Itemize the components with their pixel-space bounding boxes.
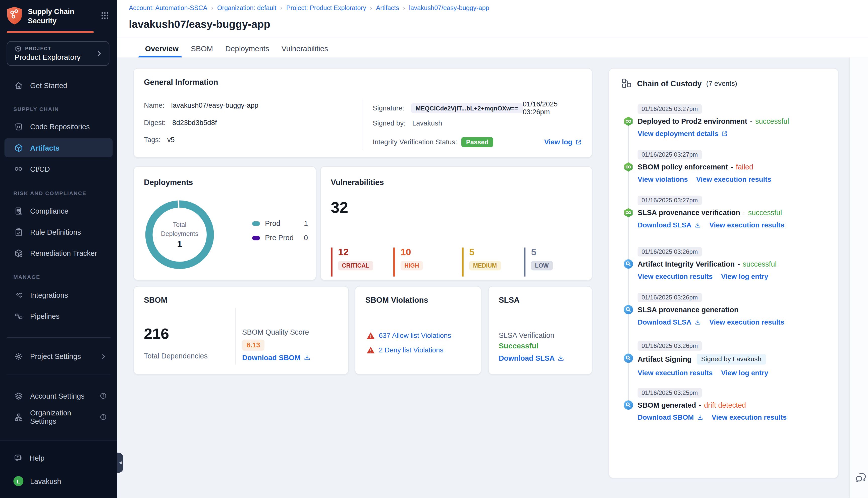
sidebar-item-compliance[interactable]: Compliance [4, 201, 113, 220]
sidebar-item-cicd[interactable]: CI/CD [4, 159, 113, 179]
sidebar-item-label: Pipelines [30, 312, 60, 320]
breadcrumb-current[interactable]: lavakush07/easy-buggy-app [409, 4, 489, 11]
breadcrumb: Account: Automation-SSCA › Organization:… [129, 4, 489, 11]
view-execution-results-link[interactable]: View execution results [696, 175, 771, 183]
view-execution-results-link[interactable]: View execution results [709, 221, 785, 229]
section-label-supply-chain: SUPPLY CHAIN [13, 106, 59, 112]
view-execution-results-link[interactable]: View execution results [712, 414, 787, 421]
app-root: Supply Chain Security PROJECT Product Ex… [0, 0, 868, 498]
info-icon[interactable] [99, 392, 107, 399]
event-title: Deployed to Prod2 environment [638, 117, 747, 125]
deny-list-violations-link[interactable]: 2 Deny list Violations [379, 346, 443, 354]
view-execution-results-link[interactable]: View execution results [638, 369, 713, 377]
sidebar-item-get-started[interactable]: Get Started [4, 76, 113, 95]
severity-medium: 5 MEDIUM [462, 248, 501, 276]
sbom-quality-score-value: 6.13 [242, 340, 265, 351]
sidebar-item-remediation-tracker[interactable]: Remediation Tracker [4, 244, 113, 263]
remediation-box-icon [13, 248, 23, 258]
sidebar: Supply Chain Security PROJECT Product Ex… [0, 0, 117, 498]
vulnerabilities-card: Vulnerabilities 32 12 CRITICAL 10 HIGH 5… [320, 166, 593, 280]
sidebar-item-code-repositories[interactable]: Code Repositories [4, 117, 113, 136]
view-deployment-details-link[interactable]: View deployment details [638, 130, 728, 137]
sidebar-item-integrations[interactable]: Integrations [4, 285, 113, 304]
sidebar-item-pipelines[interactable]: Pipelines [4, 307, 113, 326]
download-slsa-link[interactable]: Download SLSA [499, 354, 565, 362]
project-name: Product Exploratory [15, 53, 81, 61]
breadcrumb-project[interactable]: Project: Product Exploratory [286, 4, 366, 11]
breadcrumb-artifacts[interactable]: Artifacts [376, 4, 399, 11]
tab-vulnerabilities[interactable]: Vulnerabilities [282, 40, 328, 57]
section-label-manage: MANAGE [13, 274, 40, 280]
sidebar-divider [7, 337, 111, 338]
scrollbar-gutter [849, 57, 868, 498]
legend-label: Prod [265, 219, 280, 227]
app-switcher-grid-icon[interactable] [101, 11, 109, 20]
event-title: SBOM policy enforcement [638, 162, 728, 171]
download-icon [558, 355, 565, 362]
view-violations-link[interactable]: View violations [638, 175, 688, 183]
breadcrumb-separator: › [280, 4, 282, 11]
scan-badge-icon [623, 304, 634, 315]
infinity-icon [13, 164, 23, 174]
severity-high: 10 HIGH [393, 248, 423, 276]
general-information-card: General Information Name: lavakush07/eas… [133, 68, 593, 158]
tab-overview[interactable]: Overview [145, 40, 178, 57]
breadcrumb-account[interactable]: Account: Automation-SSCA [129, 4, 207, 11]
signature-value: MEQCICde2VjIT...bL+2+mqnOXw== [411, 103, 523, 113]
vulnerabilities-total: 32 [331, 199, 348, 217]
view-execution-results-link[interactable]: View execution results [709, 318, 785, 326]
signed-by-label: Signed by: [373, 119, 406, 127]
warning-triangle-icon [366, 346, 375, 354]
event-status: successful [743, 260, 777, 268]
sidebar-item-artifacts[interactable]: Artifacts [4, 138, 113, 157]
download-icon [303, 354, 311, 361]
external-link-icon [575, 139, 582, 146]
breadcrumb-separator: › [370, 4, 372, 11]
sidebar-collapse-handle[interactable]: ◀ [117, 453, 123, 473]
page-header: Account: Automation-SSCA › Organization:… [117, 0, 868, 57]
sidebar-item-label: CI/CD [30, 165, 50, 173]
card-title: Chain of Custody [637, 79, 701, 88]
brand-accent-rule [7, 31, 94, 33]
help-item[interactable]: ? Help [4, 450, 113, 466]
slsa-card: SLSA SLSA Verification Successful Downlo… [488, 286, 592, 375]
user-item[interactable]: L Lavakush [4, 474, 113, 489]
integrity-status-badge: Passed [462, 137, 493, 147]
sidebar-item-account-settings[interactable]: Account Settings [4, 386, 113, 405]
severity-badge: HIGH [401, 261, 423, 270]
severity-critical: 12 CRITICAL [331, 248, 373, 276]
sidebar-item-label: Rule Definitions [30, 228, 81, 236]
view-log-entry-link[interactable]: View log entry [721, 272, 768, 280]
signed-by-value: Lavakush [412, 119, 442, 127]
event-status: successful [748, 208, 782, 217]
tab-sbom[interactable]: SBOM [191, 40, 213, 57]
external-link-icon [721, 130, 728, 137]
download-slsa-link[interactable]: Download SLSA [638, 318, 701, 326]
download-sbom-link[interactable]: Download SBOM [638, 414, 703, 421]
event-title: SLSA provenance generation [638, 305, 739, 314]
severity-badge: MEDIUM [469, 261, 501, 270]
download-slsa-link[interactable]: Download SLSA [638, 221, 701, 229]
legend-pre-prod: Pre Prod 0 [252, 234, 308, 242]
tab-deployments[interactable]: Deployments [225, 40, 269, 57]
deployment-link-icon [623, 116, 634, 127]
total-dependencies-label: Total Dependencies [144, 352, 208, 360]
severity-badge: CRITICAL [338, 261, 373, 270]
sidebar-item-organization-settings[interactable]: Organization Settings [4, 408, 113, 427]
feedback-chat-icon[interactable] [855, 472, 867, 483]
sidebar-item-rule-definitions[interactable]: Rule Definitions [4, 222, 113, 241]
view-log-link[interactable]: View log [544, 138, 582, 146]
sbom-quality-score-label: SBOM Quality Score [242, 328, 309, 336]
sidebar-item-label: Account Settings [30, 392, 85, 400]
download-sbom-link[interactable]: Download SBOM [242, 353, 311, 362]
view-execution-results-link[interactable]: View execution results [638, 272, 713, 280]
project-selector[interactable]: PROJECT Product Exploratory [7, 41, 109, 66]
deployment-link-icon [623, 162, 634, 172]
sidebar-item-label: Integrations [30, 291, 68, 299]
sidebar-item-project-settings[interactable]: Project Settings [4, 347, 113, 366]
legend-value: 0 [304, 234, 308, 242]
allow-list-violations-link[interactable]: 637 Allow list Violations [379, 332, 451, 340]
breadcrumb-organization[interactable]: Organization: default [217, 4, 276, 11]
info-icon[interactable] [99, 413, 107, 421]
view-log-entry-link[interactable]: View log entry [721, 369, 768, 377]
